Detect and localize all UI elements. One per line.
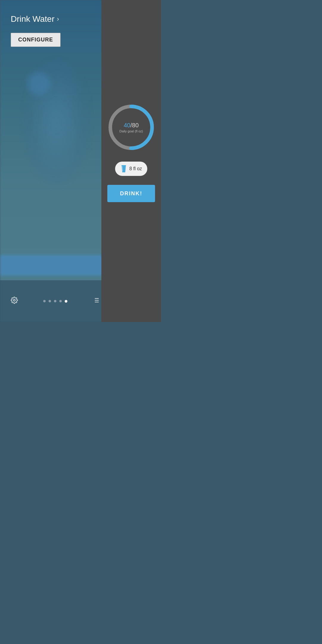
settings-icon[interactable] — [11, 297, 18, 306]
page-dot-4 — [59, 300, 62, 302]
left-panel-content: Drink Water › CONFIGURE — [0, 0, 110, 322]
app-title-text: Drink Water — [11, 14, 55, 24]
serving-amount: 8 fl oz — [129, 166, 142, 171]
svg-point-0 — [13, 299, 15, 301]
configure-button[interactable]: CONFIGURE — [11, 33, 61, 47]
bottom-bar-decoration — [0, 255, 110, 276]
app-title-chevron-icon: › — [57, 15, 59, 23]
ring-total: 80 — [132, 122, 139, 129]
page-dot-1 — [43, 300, 46, 302]
page-dot-2 — [49, 300, 51, 302]
ring-current: 40 — [124, 122, 130, 129]
drink-button[interactable]: DRINK! — [107, 185, 155, 202]
ring-text-group: 40/80 Daily goal (fl oz) — [120, 122, 143, 133]
right-widget-panel: 40/80 Daily goal (fl oz) 8 fl oz DRINK! — [101, 0, 161, 322]
list-icon[interactable] — [92, 297, 100, 306]
ring-value: 40/80 — [120, 122, 143, 129]
ring-label: Daily goal (fl oz) — [120, 129, 143, 133]
cup-icon — [120, 165, 127, 173]
page-indicator — [43, 300, 67, 303]
page-dot-5-active — [65, 300, 67, 303]
bottom-navigation — [0, 280, 110, 322]
page-dot-3 — [54, 300, 56, 302]
serving-size-pill[interactable]: 8 fl oz — [115, 162, 148, 176]
water-drop-decoration — [27, 72, 51, 95]
progress-ring: 40/80 Daily goal (fl oz) — [106, 102, 157, 153]
app-title[interactable]: Drink Water › — [11, 14, 59, 24]
